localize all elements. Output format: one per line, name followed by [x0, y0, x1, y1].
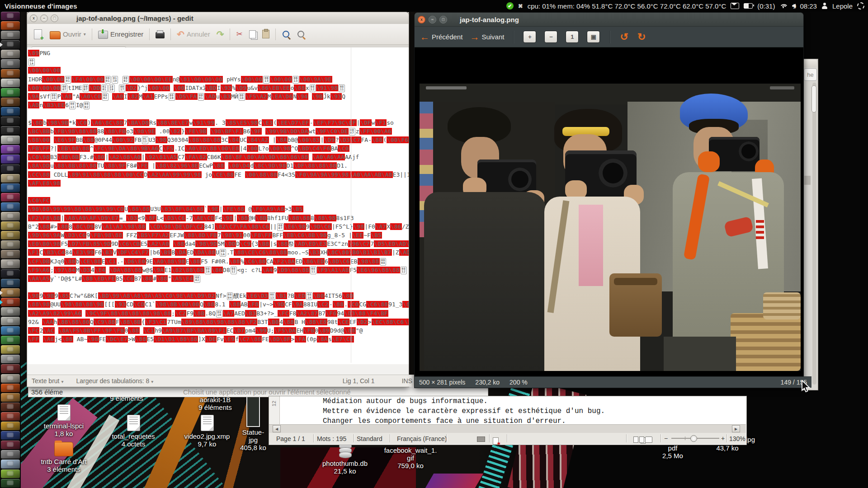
dock-tile[interactable]	[1, 164, 20, 173]
maximize-icon[interactable]: □	[51, 14, 58, 22]
dock-tile[interactable]	[1, 174, 20, 183]
dock-tile[interactable]	[1, 364, 20, 373]
selection-mode-icon[interactable]	[477, 436, 485, 442]
previous-button[interactable]: ← Précédent	[418, 31, 464, 43]
cut-button[interactable]: ✂	[234, 28, 244, 40]
copy-button[interactable]	[247, 29, 258, 40]
dock-tile[interactable]	[1, 107, 20, 116]
word-count[interactable]: Mots : 195	[317, 435, 346, 442]
dock-tile[interactable]	[1, 393, 20, 402]
dock-tile[interactable]	[1, 441, 20, 449]
desktop-icon-total-requetes[interactable]: total_requetes4 octets	[104, 415, 163, 448]
scroll-left-arrow[interactable]: ◀	[273, 425, 281, 432]
dock-tile[interactable]	[1, 183, 20, 192]
dock-tile[interactable]	[1, 221, 20, 230]
clock[interactable]: 08:23	[800, 2, 817, 10]
dock-tile[interactable]	[1, 307, 20, 316]
dock-tile[interactable]	[1, 259, 20, 268]
vertical-scrollbar[interactable]	[812, 83, 816, 385]
dock-tile[interactable]	[1, 69, 20, 78]
dock-tile[interactable]	[1, 79, 20, 87]
wifi-icon[interactable]	[779, 3, 788, 9]
save-button[interactable]: Enregistrer	[96, 28, 145, 40]
dock-tile[interactable]	[1, 136, 20, 144]
zoom-slider-handle[interactable]	[690, 435, 697, 442]
dock-tile[interactable]	[1, 117, 20, 125]
dock-tile[interactable]	[1, 422, 20, 430]
zoom-minus[interactable]: −	[664, 435, 668, 442]
rotate-right-icon[interactable]: ↻	[637, 31, 646, 43]
dock-tile[interactable]	[1, 374, 20, 383]
dock-tile[interactable]	[1, 403, 20, 411]
text-editor-content[interactable]: \89PNG0D1A\00\00\00IHDR\00\000001\F4\00\…	[27, 47, 409, 364]
desktop-icon-facebook-wait-1-[interactable]: facebook_wait_1.gif759,0 ko	[381, 446, 440, 469]
close-icon[interactable]: x	[418, 16, 425, 23]
dock-tile[interactable]	[1, 269, 20, 278]
dock-tile[interactable]	[1, 126, 20, 135]
dock-tile[interactable]	[1, 288, 20, 297]
document-modified-icon[interactable]	[493, 437, 499, 445]
dock-tile[interactable]	[1, 479, 20, 488]
dock-tile[interactable]	[1, 40, 20, 49]
dock-tile[interactable]	[1, 202, 20, 211]
zoom-out-button[interactable]: −	[544, 31, 557, 43]
dock-tile[interactable]	[1, 250, 20, 258]
document-area[interactable]: Médiation autour de bugs informatique. M…	[280, 396, 746, 424]
dock-tile[interactable]	[1, 345, 20, 354]
desktop-icon-43-7-ko[interactable]: 43,7 ko	[698, 444, 757, 452]
gedit-titlebar[interactable]: x − □ jap-tof-analog.png (~/Images) - ge…	[27, 12, 409, 24]
rotate-left-icon[interactable]: ↺	[620, 31, 628, 43]
dock-tile[interactable]	[1, 326, 20, 335]
view-layout-icons[interactable]	[633, 436, 653, 443]
dock-tile[interactable]	[1, 88, 20, 97]
dock-tile[interactable]	[1, 240, 20, 249]
minimize-icon[interactable]: −	[429, 16, 436, 23]
dock-tile[interactable]	[1, 450, 20, 459]
dock-tile[interactable]	[1, 469, 20, 478]
new-document-button[interactable]	[31, 28, 45, 41]
open-button[interactable]: Ouvrir▾	[48, 28, 88, 41]
best-fit-button[interactable]: ▣	[587, 31, 600, 43]
horizontal-scrollbar[interactable]: ◀ ▶	[269, 424, 746, 433]
desktop-icon-pdf[interactable]: pdf2,5 Mo	[643, 444, 702, 460]
tab-width[interactable]: Largeur des tabulations: 8 ▾	[76, 377, 153, 385]
maximize-icon[interactable]: □	[439, 16, 447, 23]
paste-button[interactable]	[260, 28, 271, 40]
desktop-icon-tntb-carr-d-art[interactable]: tntb Carré d'Art3 éléments	[34, 442, 93, 473]
zoom-percent[interactable]: 130%	[729, 435, 745, 442]
undo-button[interactable]: ↶ Annuler	[175, 28, 212, 41]
zoom-slider[interactable]	[671, 438, 719, 439]
print-button[interactable]	[154, 29, 166, 40]
dock-tile[interactable]	[1, 145, 20, 154]
battery-icon[interactable]	[744, 3, 753, 9]
dock-tile[interactable]	[1, 231, 20, 239]
updates-ok-icon[interactable]: ✔	[506, 2, 514, 9]
dock-tile[interactable]	[1, 98, 20, 106]
applet-icon[interactable]: ✖	[518, 3, 523, 9]
dock-tile[interactable]	[1, 155, 20, 163]
user-name[interactable]: Lepole	[832, 2, 853, 10]
dock-tile[interactable]	[1, 298, 20, 306]
scrollbar-thumb[interactable]	[811, 85, 816, 113]
dock-tile[interactable]	[1, 21, 20, 30]
dock-tile[interactable]	[1, 50, 20, 58]
zoom-normal-button[interactable]: 1	[566, 31, 579, 43]
desktop-icon-photothumb-db[interactable]: photothumb.db21,5 ko	[316, 443, 374, 475]
dock-tile[interactable]	[1, 384, 20, 392]
dock-tile[interactable]	[1, 31, 20, 39]
dock-tile[interactable]	[1, 59, 20, 68]
partial-tab[interactable]: he	[804, 68, 817, 81]
minimize-icon[interactable]: −	[40, 14, 48, 22]
scroll-right-arrow[interactable]: ▶	[732, 425, 740, 432]
session-gear-icon[interactable]	[857, 2, 864, 9]
zoom-in-button[interactable]: +	[523, 31, 536, 43]
dock-window-list[interactable]	[0, 12, 21, 488]
page-indicator[interactable]: Page 1 / 1	[276, 435, 305, 442]
redo-button[interactable]: ↷	[215, 28, 226, 41]
replace-icon[interactable]	[295, 28, 307, 40]
dock-tile[interactable]	[1, 212, 20, 221]
next-button[interactable]: → Suivant	[468, 31, 506, 43]
close-icon[interactable]: x	[30, 14, 38, 22]
language-status[interactable]: Français (France)	[397, 435, 447, 442]
dock-tile[interactable]	[1, 431, 20, 440]
